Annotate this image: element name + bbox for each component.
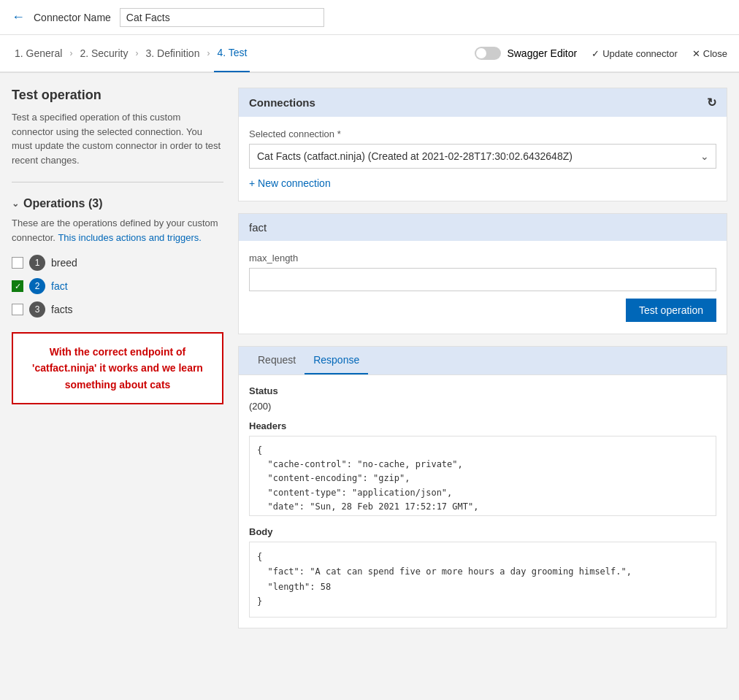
breed-label[interactable]: breed [51,257,77,269]
new-connection-button[interactable]: + New connection [249,177,716,189]
tab-request[interactable]: Request [249,347,305,374]
step-general[interactable]: 1. General [12,47,65,59]
swagger-toggle[interactable] [475,47,501,60]
fact-number: 2 [29,278,45,294]
connections-header: Connections ↻ [239,88,727,117]
chevron-icon: ⌄ [12,199,19,209]
request-response-card: Request Response Status (200) Headers { … [238,346,727,628]
connector-name-label: Connector Name [34,12,111,23]
tabs-header: Request Response [239,347,727,375]
connector-name-input[interactable] [120,8,324,27]
test-operation-title: Test operation [12,88,223,103]
connection-select[interactable]: Cat Facts (catfact.ninja) (Created at 20… [249,144,716,169]
breed-checkbox[interactable] [12,257,23,269]
connections-title: Connections [249,96,315,109]
left-panel: Test operation Test a specified operatio… [12,88,223,686]
annotation-box: With the correct endpoint of 'catfact.ni… [12,332,223,404]
selected-connection-label: Selected connection * [249,128,716,139]
test-operation-desc: Test a specified operation of this custo… [12,110,223,167]
max-length-label: max_length [249,253,716,264]
max-length-input[interactable] [249,268,716,291]
header: ← Connector Name [0,0,739,35]
fact-card: fact max_length Test operation [238,213,727,334]
operation-item-facts: 3 facts [12,301,223,318]
connections-card: Connections ↻ Selected connection * Cat … [238,88,727,201]
connections-body: Selected connection * Cat Facts (catfact… [239,117,727,201]
swagger-editor-label: Swagger Editor [507,47,577,59]
operations-title: Operations (3) [23,197,102,210]
fact-label[interactable]: fact [51,280,68,292]
refresh-icon[interactable]: ↻ [707,96,716,109]
right-panel: Connections ↻ Selected connection * Cat … [238,88,727,686]
operations-header[interactable]: ⌄ Operations (3) [12,197,223,210]
facts-label[interactable]: facts [51,304,73,315]
nav-steps: 1. General › 2. Security › 3. Definition… [0,35,739,73]
fact-card-body: max_length Test operation [239,241,727,334]
operations-desc: These are the operations defined by your… [12,216,223,245]
fact-checkbox[interactable]: ✓ [12,280,23,292]
divider [12,182,223,182]
close-button[interactable]: ✕ Close [692,48,727,59]
breed-number: 1 [29,255,45,271]
headers-content[interactable]: { "cache-control": "no-cache, private", … [249,436,716,516]
tabs-body: Status (200) Headers { "cache-control": … [239,375,727,628]
main-content: Test operation Test a specified operatio… [0,73,739,700]
operation-item-fact: ✓ 2 fact [12,278,223,294]
step-test[interactable]: 4. Test [214,34,250,72]
back-button[interactable]: ← [12,9,25,25]
update-connector-button[interactable]: ✓ Update connector [591,48,678,59]
body-content: { "fact": "A cat can spend five or more … [249,542,716,618]
test-operation-button[interactable]: Test operation [626,299,716,322]
operations-link[interactable]: This includes actions and triggers. [58,232,202,243]
step-definition[interactable]: 3. Definition [143,47,203,59]
operation-item-breed: 1 breed [12,255,223,271]
connection-select-wrap: Cat Facts (catfact.ninja) (Created at 20… [249,144,716,169]
status-title: Status [249,385,716,396]
status-value: (200) [249,401,716,412]
body-section: Body { "fact": "A cat can spend five or … [249,526,716,618]
annotation-text: With the correct endpoint of 'catfact.ni… [23,344,212,393]
tab-response[interactable]: Response [305,347,368,374]
nav-actions: Swagger Editor ✓ Update connector ✕ Clos… [475,47,727,60]
swagger-editor-toggle[interactable]: Swagger Editor [475,47,577,60]
headers-title: Headers [249,420,716,431]
facts-checkbox[interactable] [12,304,23,315]
fact-card-header: fact [239,214,727,241]
body-title: Body [249,526,716,537]
step-security[interactable]: 2. Security [77,47,131,59]
facts-number: 3 [29,301,45,318]
